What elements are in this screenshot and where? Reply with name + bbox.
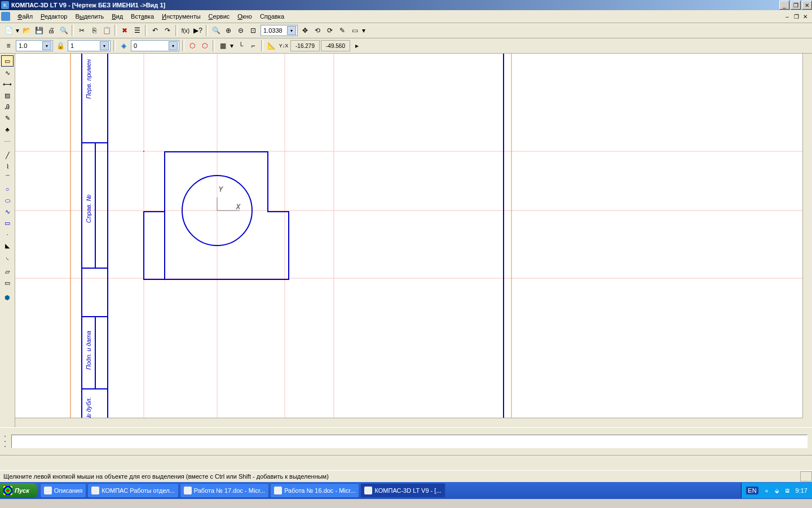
dimensions-tool[interactable]: ⟷ — [2, 79, 13, 89]
properties-button[interactable]: ☰ — [131, 25, 143, 36]
word-icon — [274, 487, 282, 494]
pan-button[interactable]: ✥ — [299, 25, 311, 36]
left-tool-panel: ▭ ∿ ⟷ ▨ Ꭿ ✎ ♣ — ╱ ⌇ ⌒ ○ ⬭ ∿ ▭ · ◣ ◟ ▱ ▭ … — [0, 54, 15, 427]
redo-button[interactable]: ↷ — [162, 25, 173, 36]
taskbar-item[interactable]: Описания — [40, 483, 86, 498]
taskbar-item[interactable]: КОМПАС Работы отдел... — [87, 483, 179, 498]
refresh-button[interactable]: ⟳ — [324, 25, 336, 36]
coords-toggle-button[interactable]: 📐 — [266, 40, 277, 51]
line-style-button[interactable]: ≡ — [3, 40, 14, 51]
zoom-prev-button[interactable]: ⟲ — [312, 25, 323, 36]
horizontal-scrollbar[interactable] — [15, 418, 803, 427]
start-button[interactable]: Пуск — [0, 483, 37, 498]
cut-button[interactable]: ✂ — [76, 25, 87, 36]
snap-button[interactable]: ⌐ — [248, 40, 259, 51]
magnet-off-button[interactable]: ⬡ — [199, 40, 210, 51]
variables-button[interactable]: f(x) — [180, 25, 191, 36]
layer2-combo[interactable]: 0 ▾ — [131, 40, 179, 51]
open-button[interactable]: 📂 — [21, 25, 32, 36]
hatch-tool[interactable]: ▨ — [2, 90, 13, 100]
tray-icon[interactable]: 🖥 — [783, 487, 791, 494]
titleblock-label-mid: Справ. № — [85, 195, 92, 223]
clock[interactable]: 9:17 — [796, 487, 807, 494]
menu-edit[interactable]: Редактор — [37, 12, 71, 21]
ortho-button[interactable]: └ — [235, 40, 246, 51]
arc-tool[interactable]: ⌒ — [2, 173, 13, 183]
text-tool[interactable]: Ꭿ — [2, 102, 13, 112]
line-tool[interactable]: ╱ — [2, 150, 13, 160]
lock-style-button[interactable]: 🔒 — [55, 40, 66, 51]
select-tool[interactable]: ▭ — [1, 55, 14, 67]
redraw-button[interactable]: ✎ — [337, 25, 348, 36]
preview-button[interactable]: 🔍 — [58, 25, 69, 36]
close-button[interactable]: ✕ — [802, 1, 812, 10]
save-button[interactable]: 💾 — [33, 25, 45, 36]
library-tool[interactable]: ⬢ — [2, 292, 13, 303]
menu-service[interactable]: Сервис — [205, 12, 234, 21]
minimize-button[interactable]: _ — [779, 1, 789, 10]
dropdown-icon[interactable]: ▾ — [169, 41, 178, 50]
axis-x-label: X — [236, 204, 240, 210]
paste-button[interactable]: 📋 — [101, 25, 112, 36]
vertical-scrollbar[interactable] — [802, 54, 812, 427]
tray-icon[interactable]: ⬙ — [773, 487, 781, 494]
zoom-in-button[interactable]: ⊕ — [223, 25, 234, 36]
menu-insert[interactable]: Вставка — [127, 12, 158, 21]
copy-button[interactable]: ⎘ — [89, 25, 100, 36]
layer-combo[interactable]: 1 ▾ — [68, 40, 111, 51]
line-width-combo[interactable]: 1.0 ▾ — [16, 40, 53, 51]
rect-tool[interactable]: ▭ — [2, 218, 13, 228]
zoom-combo[interactable]: 1.0338 ▾ — [261, 25, 298, 36]
language-indicator[interactable]: EN — [746, 487, 758, 494]
circle-tool[interactable]: ○ — [2, 184, 13, 194]
layers-button[interactable]: ◈ — [118, 40, 129, 51]
menu-window[interactable]: Окно — [233, 12, 256, 21]
dropdown-icon[interactable]: ▾ — [15, 25, 20, 36]
magnet-on-button[interactable]: ⬡ — [187, 40, 198, 51]
mdi-restore-button[interactable]: ❐ — [792, 12, 801, 20]
geometry-tool[interactable]: ∿ — [2, 68, 13, 78]
dropdown-icon[interactable]: ▾ — [361, 25, 366, 36]
grid-button[interactable]: ▦ — [217, 40, 228, 51]
menu-view[interactable]: Вид — [108, 12, 127, 21]
taskbar-item[interactable]: Работа № 16.doc - Micr... — [270, 483, 359, 498]
dropdown-icon[interactable]: ▾ — [230, 40, 234, 51]
menu-file[interactable]: Файл — [14, 12, 37, 21]
dropdown-icon[interactable]: ▾ — [42, 41, 51, 50]
param-tool[interactable]: ♣ — [2, 124, 13, 134]
menu-tools[interactable]: Инструменты — [158, 12, 205, 21]
point-tool[interactable]: · — [2, 229, 13, 239]
zoom-fit-button[interactable]: ⊡ — [248, 25, 259, 36]
spline-tool[interactable]: ∿ — [2, 207, 13, 217]
aux-line-tool[interactable]: ▱ — [2, 266, 13, 277]
mdi-close-button[interactable]: ✕ — [801, 12, 810, 20]
measure-tool[interactable]: — — [2, 135, 13, 146]
command-input[interactable] — [11, 435, 807, 448]
undo-button[interactable]: ↶ — [149, 25, 161, 36]
zoom-window-button[interactable]: 🔍 — [210, 25, 222, 36]
dropdown-icon[interactable]: ▾ — [100, 41, 109, 50]
mdi-minimize-button[interactable]: – — [783, 12, 792, 20]
cancel-button[interactable]: ✖ — [119, 25, 130, 36]
dropdown-icon[interactable]: ▾ — [287, 26, 296, 35]
coord-lock-button[interactable]: ▸ — [351, 40, 363, 51]
print-button[interactable]: 🖨 — [46, 25, 57, 36]
taskbar-item[interactable]: Работа № 17.doc - Micr... — [180, 483, 269, 498]
menu-select[interactable]: Выделить — [71, 12, 108, 21]
show-all-button[interactable]: ▭ — [349, 25, 360, 36]
new-button[interactable]: 📄 — [3, 25, 14, 36]
edit-tool[interactable]: ✎ — [2, 113, 13, 123]
menu-help[interactable]: Справка — [256, 12, 288, 21]
polyline-tool[interactable]: ⌇ — [2, 161, 13, 172]
chamfer-tool[interactable]: ◣ — [2, 240, 13, 251]
tray-collapse-icon[interactable]: « — [763, 487, 771, 494]
drawing-canvas[interactable]: Y X Перв. примен Справ. № Подп. и дата №… — [15, 54, 812, 427]
ellipse-tool[interactable]: ⬭ — [2, 195, 13, 205]
restore-button[interactable]: ❐ — [791, 1, 801, 10]
aux-rect-tool[interactable]: ▭ — [2, 278, 13, 288]
help-cursor-button[interactable]: ▶? — [192, 25, 204, 36]
zoom-out-button[interactable]: ⊖ — [235, 25, 246, 36]
taskbar-item-active[interactable]: КОМПАС-3D LT V9 - [... — [360, 483, 445, 498]
coord-y-display: -49.560 — [321, 40, 350, 51]
fillet-tool[interactable]: ◟ — [2, 252, 13, 262]
